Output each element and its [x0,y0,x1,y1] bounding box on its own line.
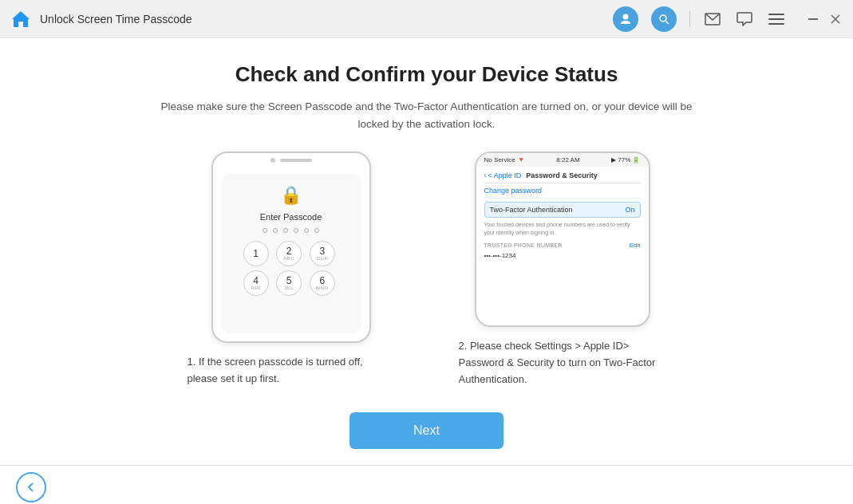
svg-point-2 [660,15,666,22]
caption-2: 2. Please check Settings > Apple ID> Pas… [459,338,666,388]
minimize-button[interactable] [805,11,821,27]
title-bar-left: Unlock Screen Time Passcode [10,8,613,30]
phone-mockup-settings: No Service 🔻 8:22 AM ▶ 77% 🔋 ‹ < Apple I… [475,152,650,327]
user-icon-button[interactable] [613,6,638,32]
svg-rect-8 [808,18,818,20]
status-battery: ▶ 77% 🔋 [611,156,640,163]
svg-point-1 [623,14,629,19]
menu-icon[interactable] [767,10,786,29]
change-password-option: Change password [484,183,641,199]
key-4: 4GHI [243,270,269,296]
key-5: 5JKL [276,270,302,296]
passcode-screen: 🔒 Enter Passcode 1 2ABC 3DEF 4 [221,174,361,333]
dot-1 [263,228,267,233]
nav-back: ‹ < Apple ID [484,171,522,179]
window-controls [805,11,843,27]
app-icon [10,8,32,30]
status-time: 8:22 AM [556,156,579,163]
caption-1: 1. If the screen passcode is turned off,… [188,354,395,388]
chevron-left-icon: ‹ [484,171,487,179]
svg-line-3 [666,21,669,24]
settings-nav: ‹ < Apple ID Password & Security [484,167,641,183]
mail-icon[interactable] [703,10,722,29]
title-bar-divider [689,11,690,27]
key-6: 6MNO [310,270,335,296]
illustration-settings: No Service 🔻 8:22 AM ▶ 77% 🔋 ‹ < Apple I… [459,152,666,388]
phone-speaker [271,158,312,163]
dot-2 [273,228,278,233]
enter-passcode-text: Enter Passcode [260,212,322,222]
dot-4 [294,228,298,233]
search-icon-button[interactable] [651,6,677,32]
keypad: 1 2ABC 3DEF 4GHI 5JKL 6MNO [243,241,339,296]
two-factor-label: Two-Factor Authentication [490,206,573,214]
svg-rect-7 [768,23,784,25]
phone-speaker-bar [280,159,312,162]
dot-3 [283,228,288,233]
phone-mockup-passcode: 🔒 Enter Passcode 1 2ABC 3DEF 4 [211,152,371,343]
bottom-bar [0,465,853,504]
nav-title: Password & Security [526,171,598,179]
page-title: Check and Confirm your Device Status [235,62,618,87]
status-carrier: No Service 🔻 [484,156,525,163]
illustrations-row: 🔒 Enter Passcode 1 2ABC 3DEF 4 [48,152,805,388]
phone-number: •••-•••-1234 [484,252,641,259]
dot-5 [304,228,309,233]
passcode-dots [263,228,319,233]
two-factor-value: On [625,206,634,214]
phone-dot [271,158,275,163]
edit-label: Edit [630,242,641,249]
key-1: 1 [243,241,269,266]
next-button[interactable]: Next [349,412,504,449]
two-factor-row: Two-Factor Authentication On [484,202,641,218]
illustration-passcode: 🔒 Enter Passcode 1 2ABC 3DEF 4 [188,152,395,388]
dot-6 [314,228,319,233]
page-subtitle: Please make sure the Screen Passcode and… [156,98,698,132]
title-bar-right [613,6,843,32]
two-factor-info: Your trusted devices and phone numbers a… [484,221,641,237]
svg-rect-5 [768,14,784,15]
settings-content: ‹ < Apple ID Password & Security Change … [476,167,649,259]
key-3: 3DEF [310,241,335,266]
trusted-phone-row: TRUSTED PHONE NUMBER Edit [484,242,641,249]
chat-icon[interactable] [735,10,754,29]
status-bar: No Service 🔻 8:22 AM ▶ 77% 🔋 [476,153,649,167]
nav-back-text: < Apple ID [488,171,522,179]
close-button[interactable] [827,11,843,27]
lock-icon: 🔒 [280,185,302,206]
window-title: Unlock Screen Time Passcode [40,13,192,26]
title-bar: Unlock Screen Time Passcode [0,0,853,38]
back-button[interactable] [16,472,46,502]
svg-marker-0 [12,11,30,27]
main-content: Check and Confirm your Device Status Ple… [0,38,853,465]
svg-rect-6 [768,18,784,20]
trusted-phone-label: TRUSTED PHONE NUMBER [484,242,563,248]
key-2: 2ABC [276,241,302,266]
